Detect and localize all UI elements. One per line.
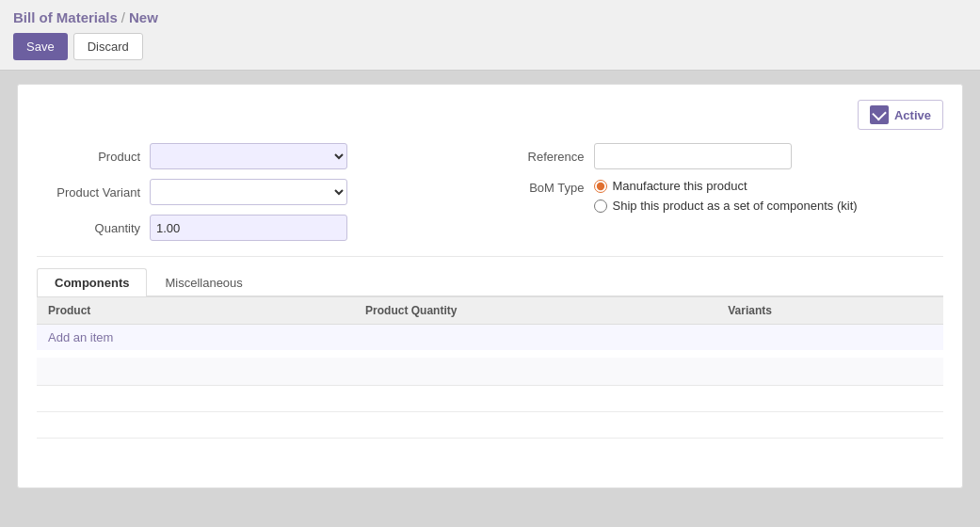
empty-row-2 <box>37 386 943 412</box>
active-icon <box>870 105 889 124</box>
quantity-input-wrapper <box>150 215 347 241</box>
product-variant-select[interactable] <box>150 179 347 205</box>
product-variant-input-wrapper <box>150 179 347 205</box>
empty-row-1 <box>37 358 943 386</box>
form-divider <box>37 256 943 257</box>
tab-miscellaneous[interactable]: Miscellaneous <box>147 268 260 296</box>
bom-type-label: BoM Type <box>509 181 585 195</box>
add-item-row: Add an item <box>37 325 943 351</box>
breadcrumb-separator: / <box>121 9 125 25</box>
breadcrumb-parent[interactable]: Bill of Materials <box>13 9 118 25</box>
col-header-variants: Variants <box>716 297 943 325</box>
bom-type-manufacture-option[interactable]: Manufacture this product <box>594 179 858 193</box>
table-header-row: Product Product Quantity Variants <box>37 297 943 325</box>
empty-row-3 <box>37 412 943 439</box>
product-select[interactable] <box>150 143 347 169</box>
form-left: Product Product Variant <box>37 143 472 241</box>
product-input-wrapper <box>150 143 347 169</box>
quantity-input[interactable] <box>150 215 347 241</box>
tab-components[interactable]: Components <box>37 268 147 296</box>
form-card: Active Product Product Variant <box>17 84 963 488</box>
tabs: Components Miscellaneous <box>37 268 943 296</box>
product-field: Product <box>37 143 472 169</box>
add-item-link[interactable]: Add an item <box>48 330 113 344</box>
quantity-field: Quantity <box>37 215 472 241</box>
bom-type-manufacture-label: Manufacture this product <box>613 179 747 193</box>
reference-field: Reference <box>509 143 944 169</box>
reference-label: Reference <box>509 150 585 164</box>
bom-type-manufacture-radio[interactable] <box>594 180 607 193</box>
add-item-cell: Add an item <box>37 325 943 351</box>
bom-type-group: Manufacture this product Ship this produ… <box>594 179 858 213</box>
col-header-quantity: Product Quantity <box>354 297 716 325</box>
bom-type-kit-radio[interactable] <box>594 200 607 213</box>
col-header-product: Product <box>37 297 354 325</box>
bom-type-kit-option[interactable]: Ship this product as a set of components… <box>594 199 858 213</box>
status-badge[interactable]: Active <box>858 100 943 130</box>
breadcrumb-current: New <box>129 9 158 25</box>
breadcrumb: Bill of Materials / New <box>13 9 967 25</box>
bom-type-field: BoM Type Manufacture this product Ship t… <box>509 179 944 213</box>
save-button[interactable]: Save <box>13 33 68 60</box>
reference-input-wrapper <box>594 143 944 169</box>
components-table: Product Product Quantity Variants Add an… <box>37 296 943 350</box>
empty-rows <box>37 358 943 439</box>
main-area: Active Product Product Variant <box>0 71 980 502</box>
form-fields-row: Product Product Variant <box>37 143 943 241</box>
reference-input[interactable] <box>594 143 792 169</box>
top-bar: Bill of Materials / New Save Discard <box>0 0 980 71</box>
status-row: Active <box>37 100 943 130</box>
product-label: Product <box>37 150 140 164</box>
status-label: Active <box>894 108 931 122</box>
bom-type-kit-label: Ship this product as a set of components… <box>613 199 858 213</box>
toolbar: Save Discard <box>13 33 967 70</box>
quantity-label: Quantity <box>37 221 140 235</box>
product-variant-label: Product Variant <box>37 185 140 200</box>
product-variant-field: Product Variant <box>37 179 472 205</box>
form-right: Reference BoM Type Manufacture this prod… <box>509 143 944 213</box>
discard-button[interactable]: Discard <box>73 33 143 60</box>
